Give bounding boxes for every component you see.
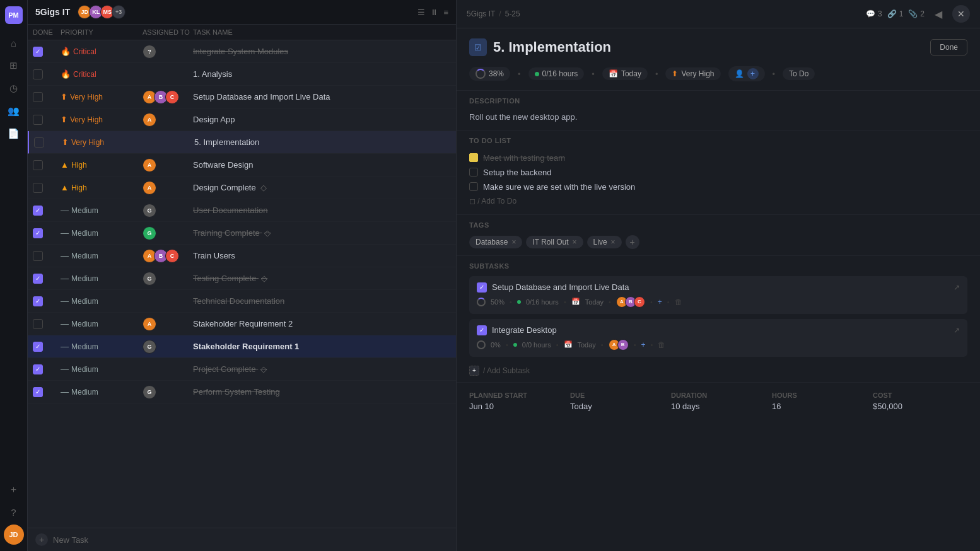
subtask-2-external-link[interactable]: ↗ [954,326,960,335]
subtask-1-add-button[interactable]: + [658,298,662,306]
task-checkbox[interactable] [33,183,43,193]
nav-docs-icon[interactable]: 📄 [4,124,24,144]
nav-grid-icon[interactable]: ⊞ [4,55,24,76]
subtask-2-avatars: A B [609,339,629,351]
comments-count[interactable]: 💬 3 [866,9,882,18]
task-checkbox[interactable] [34,137,44,148]
assignee-chip[interactable]: 👤 + [728,66,765,81]
task-checkbox[interactable]: ✓ [33,387,43,397]
table-row[interactable]: ✓ —Medium G Perform System Testing [28,381,456,403]
add-assignee-button[interactable]: + [747,68,759,79]
task-checkbox[interactable]: ✓ [33,47,43,57]
duration-col: DURATION 10 days [671,392,766,411]
task-checkbox[interactable] [33,69,43,79]
done-button[interactable]: Done [930,39,967,55]
description-text[interactable]: Roll out the new desktop app. [469,111,967,124]
tag-it-roll-out[interactable]: IT Roll Out × [526,236,583,248]
subtask-1-delete-button[interactable]: 🗑 [675,298,682,306]
table-row[interactable]: ✓ —Medium G Training Complete ◇ [28,222,456,245]
col-priority[interactable]: PRIORITY [61,28,143,36]
task-checkbox[interactable]: ✓ [33,228,43,238]
add-tag-button[interactable]: + [626,235,639,249]
remove-tag-it[interactable]: × [573,238,577,246]
nav-plus-icon[interactable]: ＋ [4,479,24,499]
todo-checkbox-2[interactable] [469,168,478,177]
view-icon[interactable]: ≡ [443,8,448,17]
todo-checkbox-3[interactable] [469,182,478,191]
assigned-cell: A [143,158,193,172]
table-row[interactable]: —Medium A B C Train Users [28,245,456,267]
close-detail-button[interactable]: ✕ [952,5,970,23]
remove-tag-live[interactable]: × [611,238,615,246]
task-checkbox[interactable] [33,319,43,329]
menu-icon[interactable]: ☰ [417,8,425,17]
cost-value[interactable]: $50,000 [873,402,967,411]
table-row[interactable]: ✓ 🔥Critical ? Integrate System Modules [28,40,456,63]
table-row[interactable]: ✓ —Medium G User Documentation [28,199,456,222]
planned-start-value[interactable]: Jun 10 [469,402,564,411]
subtask-item-1: ✓ Setup Database and Import Live Data ↗ … [469,276,967,314]
task-checkbox[interactable]: ✓ [33,206,43,216]
duration-value[interactable]: 10 days [671,402,766,411]
filter-icon[interactable]: ⏸ [430,8,438,17]
task-checkbox[interactable]: ✓ [33,342,43,352]
priority-chip[interactable]: ⬆ Very High [665,67,720,80]
subtask-2-checkbox[interactable]: ✓ [477,325,487,335]
table-row[interactable]: ✓ —Medium G Testing Complete ◇ [28,267,456,290]
links-count[interactable]: 🔗 1 [887,9,904,18]
table-row[interactable]: ✓ —Medium Technical Documentation [28,290,456,313]
priority-cell: —Medium [61,296,143,306]
table-row[interactable]: —Medium A Stakeholder Requirement 2 [28,313,456,335]
task-checkbox[interactable] [33,160,43,170]
add-todo-button[interactable]: ◻ / Add To Do [469,194,967,208]
todo-checkbox-1[interactable] [469,153,478,162]
task-checkbox[interactable]: ✓ [33,364,43,374]
collapse-panel-button[interactable]: ◀ [930,5,947,23]
due-chip[interactable]: 📅 Today [602,67,648,80]
progress-chip[interactable]: 38% [469,67,510,81]
table-row[interactable]: ▲High A Software Design [28,154,456,177]
todo-text-1: Meet with testing team [483,153,565,163]
hours-value[interactable]: 16 [772,402,866,411]
table-row[interactable]: ⬆Very High 5. Implementation [28,131,456,154]
bottom-info: PLANNED START Jun 10 DUE Today DURATION … [457,382,980,420]
nav-clock-icon[interactable]: ◷ [4,78,24,98]
nav-home-icon[interactable]: ⌂ [4,33,24,53]
task-checkbox[interactable]: ✓ [33,296,43,306]
subtask-1-checkbox[interactable]: ✓ [477,282,487,293]
new-task-row[interactable]: + New Task [28,528,456,551]
task-name: Train Users [193,251,451,260]
todo-text-3: Make sure we are set with the live versi… [483,182,635,192]
subtask-2-add-button[interactable]: + [641,340,646,349]
task-checkbox[interactable] [33,115,43,125]
table-row[interactable]: 🔥Critical 1. Analysis [28,63,456,86]
breadcrumb-project[interactable]: 5Gigs IT [467,9,495,18]
due-value[interactable]: Today [570,402,665,411]
tag-database[interactable]: Database × [469,236,522,248]
user-avatar[interactable]: JD [4,525,24,545]
app-logo: PM [5,6,23,24]
table-row[interactable]: ✓ —Medium G Stakeholder Requirement 1 [28,335,456,358]
table-row[interactable]: ⬆Very High A B C Setup Database and Impo… [28,86,456,108]
remove-tag-database[interactable]: × [511,238,516,246]
priority-icon: ⬆ [672,69,678,78]
subtask-1-external-link[interactable]: ↗ [954,283,960,292]
breadcrumb-sep: / [499,9,501,18]
breadcrumb-sprint[interactable]: 5-25 [505,9,520,18]
meta-sep-1: • [518,69,521,79]
subtask-2-delete-button[interactable]: 🗑 [658,340,665,349]
attachments-count[interactable]: 📎 2 [908,9,925,18]
task-checkbox[interactable] [33,251,43,261]
nav-question-icon[interactable]: ? [4,502,24,522]
table-row[interactable]: ▲High A Design Complete ◇ [28,177,456,199]
table-row[interactable]: ✓ —Medium Project Complete ◇ [28,358,456,381]
tag-live[interactable]: Live × [587,236,622,248]
table-row[interactable]: ⬆Very High A Design App [28,108,456,131]
task-checkbox[interactable]: ✓ [33,274,43,284]
hours-chip[interactable]: 0/16 hours [528,67,585,80]
status-chip[interactable]: To Do [783,67,815,80]
task-checkbox[interactable] [33,92,43,102]
add-subtask-button[interactable]: + / Add Subtask [469,362,967,376]
description-label: DESCRIPTION [469,97,967,105]
nav-users-icon[interactable]: 👥 [4,101,24,121]
